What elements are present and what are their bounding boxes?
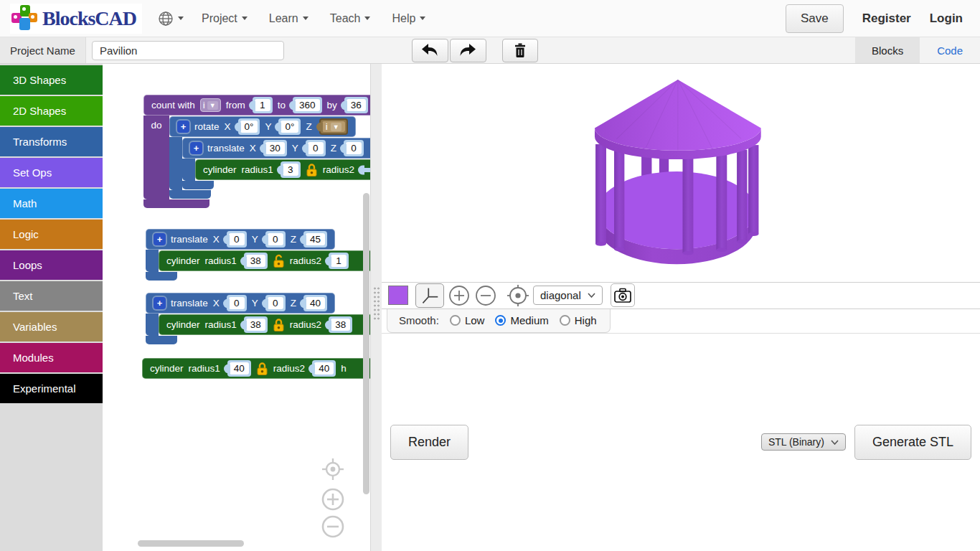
export-format-select[interactable]: STL (Binary) [761, 433, 846, 451]
3d-viewport[interactable] [382, 64, 980, 282]
menu-learn[interactable]: Learn [258, 0, 319, 37]
axes-toggle-button[interactable] [415, 283, 444, 308]
sidebar-item-modules[interactable]: Modules [0, 343, 103, 372]
sidebar-item-3d-shapes[interactable]: 3D Shapes [0, 65, 103, 95]
trash-button[interactable] [502, 39, 538, 62]
sidebar-item-experimental[interactable]: Experimental [0, 374, 103, 403]
view-preset-select[interactable]: diagonal [533, 286, 603, 305]
cylinder-radius1-field[interactable]: 38 [246, 255, 265, 267]
translate-z-field[interactable]: 45 [306, 233, 325, 245]
loop-to-field[interactable]: 360 [295, 99, 320, 111]
smooth-options-group: Smooth: Low Medium High [387, 309, 611, 333]
rotate-block[interactable]: + rotate X 0° Y 0° Z i▼ [169, 116, 370, 199]
trash-icon [513, 42, 527, 58]
translate-block[interactable]: + translate X 0 Y 0 Z 45 cylinder radius… [146, 229, 370, 281]
chevron-down-icon [588, 293, 595, 298]
redo-button[interactable] [450, 39, 486, 62]
unlock-icon[interactable] [273, 254, 285, 268]
menu-help[interactable]: Help [381, 0, 436, 37]
mutator-plus-icon[interactable]: + [154, 233, 166, 245]
login-link[interactable]: Login [930, 11, 963, 26]
translate-y-field[interactable]: 0 [268, 233, 283, 245]
undo-button[interactable] [412, 39, 448, 62]
rotate-x-field[interactable]: 0° [240, 121, 258, 133]
mutator-plus-icon[interactable]: + [190, 142, 202, 154]
smooth-option-low[interactable]: Low [450, 314, 485, 326]
blockscad-logo[interactable]: BlocksCAD [10, 4, 142, 34]
sidebar-item-transforms[interactable]: Transforms [0, 127, 103, 156]
color-swatch-button[interactable] [388, 286, 408, 305]
cylinder-radius2-field[interactable]: 40 [314, 362, 334, 375]
sidebar-item-logic[interactable]: Logic [0, 220, 103, 249]
render-button[interactable]: Render [390, 425, 468, 460]
cylinder-radius1-field[interactable]: 3 [283, 164, 298, 176]
tab-code[interactable]: Code [920, 37, 980, 63]
sidebar-item-text[interactable]: Text [0, 281, 103, 311]
cylinder-block[interactable]: cylinder radius1 38 radius2 1 [159, 250, 370, 271]
translate-y-field[interactable]: 0 [268, 297, 283, 309]
mutator-plus-icon[interactable]: + [177, 121, 189, 133]
translate-block[interactable]: + translate X 0 Y 0 Z 40 cylinder radius… [146, 293, 370, 344]
loop-from-field[interactable]: 1 [255, 99, 270, 111]
project-name-input[interactable] [92, 41, 284, 60]
cylinder-radius2-field[interactable]: 38 [331, 319, 350, 331]
menu-teach[interactable]: Teach [319, 0, 382, 37]
cylinder-block[interactable]: cylinder radius1 38 radius2 38 [159, 314, 370, 335]
register-link[interactable]: Register [862, 11, 911, 26]
smooth-row: Smooth: Low Medium High [382, 309, 980, 333]
language-menu[interactable] [151, 0, 191, 37]
cylinder-block[interactable]: cylinder radius1 40 radius2 40 h [142, 358, 370, 379]
loop-block-stack: count with i▼ from 1 to 360 by 36 do + [143, 95, 370, 208]
blockscad-logo-icon [11, 5, 37, 32]
chevron-down-icon [420, 17, 425, 20]
blockly-workspace[interactable]: count with i▼ from 1 to 360 by 36 do + [103, 64, 370, 551]
project-name-label: Project Name [0, 37, 86, 63]
pavilion-model [382, 64, 980, 282]
translate-block[interactable]: + translate X 30 Y 0 Z 0 [182, 138, 370, 189]
loop-by-field[interactable]: 36 [347, 99, 366, 111]
sidebar-item-math[interactable]: Math [0, 189, 103, 218]
workspace-horizontal-scrollbar[interactable] [138, 540, 244, 547]
translate-x-field[interactable]: 0 [229, 297, 245, 309]
zoom-in-button[interactable] [448, 284, 471, 307]
workspace-zoom-controls [313, 457, 353, 542]
sidebar-item-2d-shapes[interactable]: 2D Shapes [0, 96, 103, 126]
cylinder-radius1-field[interactable]: 40 [230, 362, 249, 375]
translate-z-field[interactable]: 40 [306, 297, 325, 309]
sidebar-item-loops[interactable]: Loops [0, 250, 103, 280]
lock-icon[interactable] [306, 163, 318, 177]
zoom-out-button[interactable] [474, 284, 497, 307]
loop-variable-dropdown[interactable]: i▼ [200, 98, 221, 112]
redo-icon [458, 42, 478, 58]
sidebar-item-variables[interactable]: Variables [0, 312, 103, 342]
viewport-toolbar: diagonal [382, 282, 980, 309]
smooth-option-high[interactable]: High [560, 314, 597, 326]
screenshot-button[interactable] [611, 283, 635, 307]
save-button[interactable]: Save [786, 4, 844, 33]
mutator-plus-icon[interactable]: + [154, 297, 166, 309]
project-toolbar: Project Name Blocks Code [0, 37, 980, 64]
radio-icon [450, 315, 461, 326]
generate-stl-button[interactable]: Generate STL [854, 425, 971, 460]
smooth-option-medium[interactable]: Medium [495, 314, 548, 326]
sidebar-item-set-ops[interactable]: Set Ops [0, 158, 103, 187]
translate-z-field[interactable]: 0 [346, 142, 362, 154]
menu-project[interactable]: Project [191, 0, 258, 37]
lock-icon[interactable] [273, 318, 285, 332]
tab-blocks[interactable]: Blocks [855, 37, 920, 63]
cylinder-block[interactable]: cylinder radius1 3 [195, 159, 370, 180]
cylinder-radius1-field[interactable]: 38 [246, 319, 265, 331]
count-loop-block[interactable]: count with i▼ from 1 to 360 by 36 do + [143, 95, 370, 208]
rotate-y-field[interactable]: 0° [281, 121, 298, 133]
undo-icon [420, 42, 440, 58]
translate-x-field[interactable]: 30 [265, 142, 285, 154]
translate-x-field[interactable]: 0 [229, 233, 245, 245]
lock-icon[interactable] [256, 362, 268, 376]
variable-i-block[interactable]: i▼ [319, 118, 348, 135]
panel-resize-divider[interactable] [370, 64, 382, 551]
workspace-vertical-scrollbar[interactable] [363, 193, 369, 494]
reset-view-button[interactable] [507, 284, 529, 307]
cylinder-radius2-field[interactable]: 1 [331, 255, 347, 267]
count-with-label: count with [151, 100, 195, 110]
translate-y-field[interactable]: 0 [308, 142, 324, 154]
